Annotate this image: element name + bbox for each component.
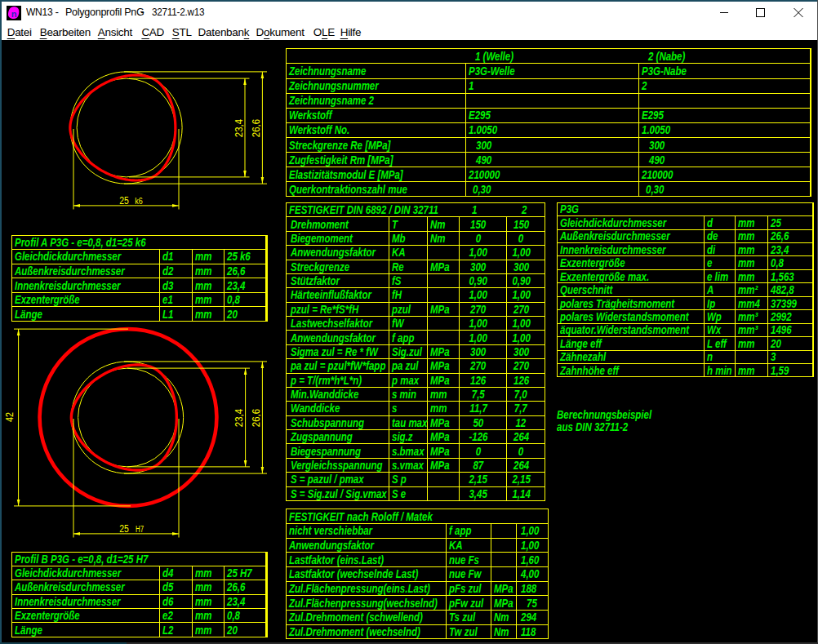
svg-text:H7: H7 <box>136 525 144 534</box>
svg-text:42: 42 <box>4 412 16 422</box>
svg-text:26,6: 26,6 <box>251 409 262 427</box>
svg-text:k6: k6 <box>135 197 143 206</box>
svg-text:25: 25 <box>119 523 129 535</box>
svg-text:23,4: 23,4 <box>233 409 245 427</box>
svg-text:23,4: 23,4 <box>233 119 245 137</box>
svg-text:n: n <box>11 9 17 19</box>
svg-text:26,6: 26,6 <box>251 119 262 137</box>
svg-text:25: 25 <box>119 195 129 207</box>
